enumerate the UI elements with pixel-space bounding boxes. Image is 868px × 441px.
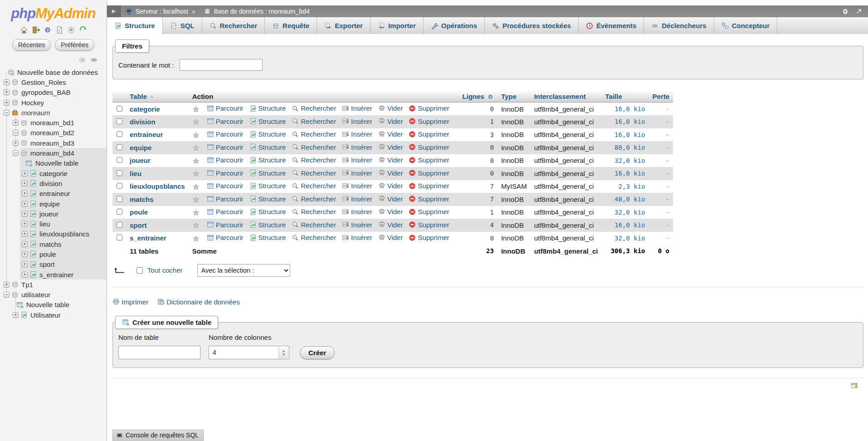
- tree-item-utilisateur[interactable]: +Utilisateur: [0, 310, 107, 320]
- action-vider-s-entrainer[interactable]: Vider: [378, 234, 403, 241]
- print-link[interactable]: Imprimer: [112, 298, 148, 306]
- row-checkbox[interactable]: [117, 222, 122, 228]
- tree-plus-icon[interactable]: +: [4, 282, 10, 288]
- tree-item-joueur[interactable]: +joueur: [0, 209, 107, 219]
- tree-item-utilisateur[interactable]: −utilisateur: [0, 290, 107, 300]
- action-supprimer-poule[interactable]: Supprimer: [409, 208, 449, 216]
- table-name-link[interactable]: lieu: [130, 170, 141, 177]
- collapse-all-icon[interactable]: [79, 56, 86, 64]
- tab-op-rations[interactable]: Opérations: [424, 17, 485, 34]
- stepper-arrows-icon[interactable]: ▴▾: [278, 347, 288, 358]
- back-button[interactable]: [107, 5, 121, 17]
- tree-minus-icon[interactable]: −: [4, 110, 10, 116]
- tree-item-categorie[interactable]: +categorie: [0, 168, 107, 178]
- tab-structure[interactable]: Structure: [107, 17, 163, 34]
- action-supprimer-sport[interactable]: Supprimer: [409, 221, 449, 229]
- row-checkbox[interactable]: [117, 131, 122, 137]
- table-name-link[interactable]: matchs: [130, 196, 154, 203]
- action-parcourir-lieuxloupsblancs[interactable]: Parcourir: [207, 182, 244, 190]
- action-structure-division[interactable]: Structure: [249, 118, 286, 125]
- tree-item-gyropodes-bab[interactable]: +gyropodes_BAB: [0, 88, 107, 98]
- columns-count-stepper[interactable]: 4 ▴▾: [209, 346, 289, 359]
- tree-item-moreaum-bd4[interactable]: −moreaum_bd4: [0, 148, 107, 158]
- tree-minus-icon[interactable]: −: [13, 150, 19, 156]
- row-checkbox[interactable]: [117, 183, 122, 189]
- action-rechercher-categorie[interactable]: Rechercher: [292, 104, 336, 112]
- action-parcourir-division[interactable]: Parcourir: [207, 118, 244, 125]
- recent-tables-button[interactable]: Récentes: [12, 39, 51, 51]
- action-rechercher-lieuxloupsblancs[interactable]: Rechercher: [292, 182, 336, 190]
- table-name-link[interactable]: division: [130, 118, 156, 126]
- action-ins-rer-lieu[interactable]: Insérer: [342, 169, 372, 177]
- action-parcourir-joueur[interactable]: Parcourir: [207, 156, 244, 164]
- action-structure-matchs[interactable]: Structure: [249, 195, 286, 203]
- sort-by-overhead-link[interactable]: Perte: [653, 93, 670, 100]
- action-supprimer-equipe[interactable]: Supprimer: [409, 143, 449, 151]
- check-all-checkbox[interactable]: [137, 267, 143, 274]
- breadcrumb-database[interactable]: Base de données : moreaum_bd4: [214, 8, 310, 15]
- tree-item-lieu[interactable]: +lieu: [0, 219, 107, 229]
- tab-v-nements[interactable]: Évènements: [579, 17, 644, 34]
- action-vider-matchs[interactable]: Vider: [378, 195, 403, 203]
- tree-item-moreaum[interactable]: −moreaum: [0, 108, 107, 118]
- table-name-link[interactable]: sport: [130, 221, 147, 229]
- action-structure-categorie[interactable]: Structure: [249, 104, 286, 112]
- action-supprimer-entraineur[interactable]: Supprimer: [409, 130, 449, 138]
- tree-plus-icon[interactable]: +: [13, 120, 19, 126]
- tree-item-gestion-roles[interactable]: +Gestion_Roles: [0, 77, 107, 87]
- tree-item-entraineur[interactable]: +entraineur: [0, 189, 107, 199]
- favorite-star-icon[interactable]: [192, 106, 200, 113]
- action-structure-lieuxloupsblancs[interactable]: Structure: [249, 182, 286, 190]
- sql-console-toggle[interactable]: Console de requêtes SQL: [112, 430, 204, 441]
- favorite-star-icon[interactable]: [192, 170, 200, 177]
- action-vider-poule[interactable]: Vider: [378, 208, 403, 216]
- action-parcourir-poule[interactable]: Parcourir: [207, 208, 244, 216]
- action-rechercher-joueur[interactable]: Rechercher: [292, 156, 336, 164]
- row-checkbox[interactable]: [117, 106, 122, 112]
- table-name-link[interactable]: entraineur: [130, 131, 163, 138]
- action-parcourir-categorie[interactable]: Parcourir: [207, 104, 244, 112]
- tree-plus-icon[interactable]: +: [4, 89, 10, 95]
- tree-item-moreaum-bd3[interactable]: +moreaum_bd3: [0, 138, 107, 148]
- action-vider-categorie[interactable]: Vider: [378, 104, 403, 112]
- tab-sql[interactable]: SQL: [163, 17, 202, 34]
- row-checkbox[interactable]: [117, 209, 122, 215]
- favorite-star-icon[interactable]: [192, 183, 200, 191]
- phpmyadmin-logo[interactable]: phpMyAdmin: [0, 0, 107, 22]
- action-structure-entraineur[interactable]: Structure: [249, 130, 286, 138]
- table-name-link[interactable]: joueur: [130, 157, 151, 164]
- action-supprimer-lieu[interactable]: Supprimer: [409, 169, 449, 177]
- action-ins-rer-division[interactable]: Insérer: [342, 118, 372, 125]
- favorite-star-icon[interactable]: [192, 157, 200, 165]
- tree-minus-icon[interactable]: −: [13, 130, 19, 136]
- data-dictionary-link[interactable]: Dictionnaire de données: [157, 298, 240, 306]
- action-supprimer-division[interactable]: Supprimer: [409, 118, 449, 125]
- sort-by-collation-link[interactable]: Interclassement: [534, 93, 586, 100]
- action-parcourir-matchs[interactable]: Parcourir: [207, 195, 244, 203]
- sort-by-size-link[interactable]: Taille: [605, 93, 622, 100]
- action-structure-equipe[interactable]: Structure: [249, 143, 286, 151]
- tree-item-division[interactable]: +division: [0, 178, 107, 188]
- action-ins-rer-sport[interactable]: Insérer: [342, 221, 372, 229]
- table-name-link[interactable]: s_entrainer: [130, 234, 166, 242]
- table-name-link[interactable]: lieuxloupsblancs: [130, 182, 185, 190]
- refresh-icon[interactable]: [79, 26, 87, 34]
- action-vider-entraineur[interactable]: Vider: [378, 130, 403, 138]
- favorite-star-icon[interactable]: [192, 209, 200, 216]
- action-rechercher-entraineur[interactable]: Rechercher: [292, 130, 336, 138]
- tree-plus-icon[interactable]: +: [13, 312, 19, 318]
- action-structure-joueur[interactable]: Structure: [249, 156, 286, 164]
- action-ins-rer-lieuxloupsblancs[interactable]: Insérer: [342, 182, 372, 190]
- create-table-button[interactable]: Créer: [300, 346, 335, 359]
- action-ins-rer-joueur[interactable]: Insérer: [342, 156, 372, 164]
- tree-item-tp1[interactable]: +Tp1: [0, 279, 107, 289]
- action-parcourir-entraineur[interactable]: Parcourir: [207, 130, 244, 138]
- tree-plus-icon[interactable]: +: [4, 79, 10, 85]
- favorite-star-icon[interactable]: [192, 144, 200, 152]
- row-checkbox[interactable]: [117, 235, 122, 240]
- tree-item-hockey[interactable]: +Hockey: [0, 98, 107, 108]
- favorite-star-icon[interactable]: [192, 235, 200, 242]
- tab-concepteur[interactable]: Concepteur: [714, 17, 777, 34]
- favorite-tables-button[interactable]: Préférées: [55, 39, 94, 51]
- tab-proc-dures-stock-es[interactable]: Procédures stockées: [485, 17, 579, 34]
